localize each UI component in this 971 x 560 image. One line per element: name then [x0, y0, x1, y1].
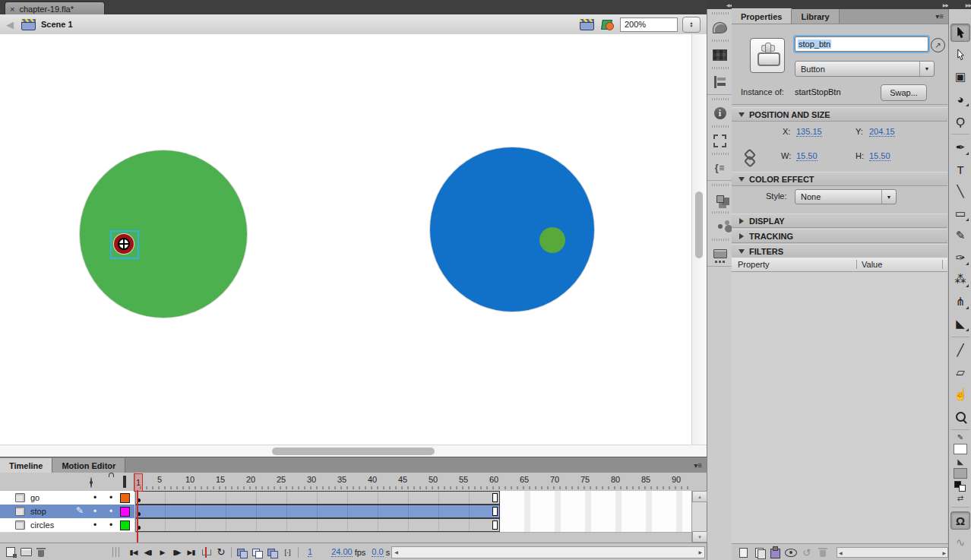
layer-outline-color-swatch[interactable] [120, 507, 130, 517]
filters-list-area[interactable] [732, 272, 947, 543]
hand-tool[interactable]: ☝ [950, 385, 970, 403]
enable-filter-icon[interactable] [784, 546, 798, 558]
section-position-and-size[interactable]: POSITION AND SIZE [732, 107, 947, 122]
layer-frames-row[interactable] [135, 518, 691, 533]
edit-symbols-icon[interactable] [602, 18, 614, 30]
delete-layer-button[interactable] [33, 546, 49, 559]
frame-rate-value[interactable]: 24.00 [331, 547, 353, 557]
subselection-tool[interactable] [950, 46, 970, 64]
section-display[interactable]: DISPLAY [732, 214, 947, 228]
go-to-first-frame-button[interactable]: ▮◀ [127, 546, 140, 558]
play-button[interactable]: ▶ [156, 546, 169, 558]
pin-symbol-icon[interactable]: ↗ [931, 38, 945, 52]
swatches-panel-icon[interactable] [711, 46, 729, 64]
elapsed-time-value[interactable]: 0.0 [372, 547, 383, 557]
toolbar-grip[interactable] [112, 547, 122, 557]
spray-brush-tool[interactable]: ⁂ [950, 271, 970, 289]
swap-colors-icon[interactable]: ⇄ [952, 492, 969, 503]
stage-horizontal-scroll-thumb[interactable] [272, 448, 435, 455]
project-panel-icon[interactable] [711, 245, 729, 263]
straighten-option[interactable]: ∠ [950, 555, 970, 560]
document-tab[interactable]: × chapter-19.fla* [5, 2, 105, 15]
default-colors-icon[interactable] [952, 480, 969, 491]
stage-vertical-scrollbar[interactable] [691, 34, 707, 445]
symbol-type-dropdown[interactable]: Button ▼ [795, 61, 935, 77]
fill-color-swatch[interactable] [954, 468, 967, 479]
panel-menu-icon[interactable]: ▾≡ [694, 461, 702, 470]
scroll-down-icon[interactable]: ▼ [692, 531, 707, 543]
scroll-left-icon[interactable]: ◀ [394, 549, 398, 555]
edit-multiple-frames-icon[interactable] [267, 547, 279, 558]
panel-menu-icon[interactable]: ▾≡ [935, 12, 944, 21]
rectangle-tool[interactable]: ▭ [950, 204, 970, 223]
go-to-last-frame-button[interactable]: ▶▮ [185, 546, 198, 558]
stage-zoom-input[interactable]: 200% [620, 17, 678, 32]
modify-markers-icon[interactable]: [·] [281, 546, 294, 558]
playhead-marker[interactable]: 1 [134, 473, 143, 492]
timeline-horizontal-scrollbar[interactable]: ◀ ▶ [391, 546, 705, 558]
tab-timeline[interactable]: Timeline [0, 458, 52, 473]
pencil-tool[interactable]: ✎ [950, 226, 970, 245]
snap-to-objects-toggle[interactable]: Ω [950, 511, 970, 530]
filters-horizontal-scrollbar[interactable]: ◀▶ [837, 547, 948, 558]
layer-frames-row[interactable] [135, 505, 691, 519]
code-snippets-panel-icon[interactable] [711, 159, 729, 177]
style-dropdown[interactable]: None ▼ [795, 189, 897, 204]
paint-bucket-tool[interactable]: ◣ [950, 315, 970, 333]
instance-name-input[interactable]: stop_btn [795, 36, 928, 52]
layer-lock-dot[interactable]: • [109, 506, 112, 517]
current-frame-value[interactable]: 1 [308, 547, 312, 557]
section-filters[interactable]: FILTERS [732, 244, 947, 258]
layer-visibility-dot[interactable]: • [93, 506, 96, 517]
info-panel-icon[interactable] [711, 104, 729, 122]
layer-row-go[interactable]: go•• [0, 491, 134, 505]
lasso-tool[interactable]: Ϙ [950, 112, 970, 130]
show-hide-layers-icon[interactable] [90, 478, 92, 487]
end-frame-marker[interactable] [492, 493, 498, 502]
layer-row-circles[interactable]: circles•• [0, 518, 134, 533]
text-tool[interactable]: T [950, 160, 970, 179]
close-document-icon[interactable]: × [10, 5, 14, 13]
pen-tool[interactable]: ✒ [950, 138, 970, 157]
playhead-line[interactable] [137, 490, 138, 543]
copy-filters-icon[interactable] [752, 546, 766, 558]
x-value[interactable]: 135.15 [796, 127, 822, 137]
color-panel-icon[interactable] [711, 18, 729, 36]
zoom-tool[interactable] [950, 407, 970, 426]
frame-span[interactable] [135, 505, 500, 518]
smooth-option[interactable]: ∿ [950, 533, 970, 552]
timeline-vertical-scrollbar[interactable]: ▲ ▼ [691, 491, 707, 543]
scroll-right-icon[interactable]: ▶ [942, 550, 946, 555]
onion-skin-icon[interactable] [236, 547, 248, 558]
h-value[interactable]: 15.50 [869, 151, 890, 161]
layer-lock-dot[interactable]: • [109, 520, 112, 530]
free-transform-tool[interactable]: ▣ [950, 68, 970, 86]
step-back-button[interactable]: ◀▮ [141, 546, 154, 558]
go-button-instance[interactable] [539, 227, 565, 253]
selection-tool[interactable] [950, 24, 970, 42]
layer-outline-color-swatch[interactable] [120, 520, 130, 530]
timeline-ruler[interactable]: 51015202530354045505560657075808590 [135, 473, 691, 491]
new-folder-button[interactable] [18, 546, 33, 559]
paste-filters-icon[interactable] [768, 546, 782, 558]
line-tool[interactable]: ╲ [950, 182, 970, 201]
center-frame-icon[interactable] [201, 547, 210, 558]
loop-playback-icon[interactable]: ↻ [214, 546, 227, 558]
eraser-tool[interactable]: ▱ [950, 363, 970, 381]
delete-filter-icon[interactable] [816, 546, 830, 558]
new-layer-button[interactable] [3, 546, 18, 559]
tab-library[interactable]: Library [792, 9, 839, 24]
stage-vertical-scroll-thumb[interactable] [695, 191, 703, 258]
section-tracking[interactable]: TRACKING [732, 229, 947, 243]
outline-layers-icon[interactable] [123, 477, 126, 486]
scene-name[interactable]: Scene 1 [41, 20, 73, 29]
reset-filter-icon[interactable]: ↺ [800, 546, 814, 558]
components-panel-icon[interactable] [711, 190, 729, 208]
brush-tool[interactable]: ✑ [950, 248, 970, 267]
layer-name[interactable]: circles [30, 520, 54, 530]
add-filter-icon[interactable] [736, 546, 750, 558]
layer-frames-row[interactable] [135, 491, 691, 505]
section-color-effect[interactable]: COLOR EFFECT [732, 172, 947, 186]
transform-panel-icon[interactable] [711, 131, 729, 150]
back-arrow-icon[interactable]: ◀ [6, 19, 14, 30]
